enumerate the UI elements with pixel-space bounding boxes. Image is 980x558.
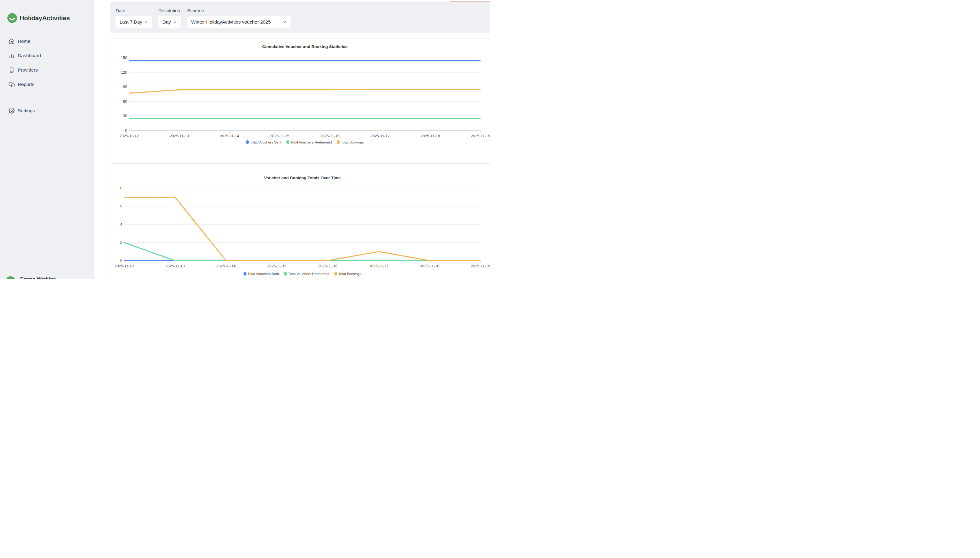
svg-text:2025-11-16: 2025-11-16 [320, 134, 339, 138]
svg-text:8: 8 [120, 186, 122, 190]
resolution-select-value: Days [162, 19, 170, 25]
legend-item[interactable]: Total Vouchers Redeemed [286, 140, 332, 144]
sidebar-item-label: Home [18, 39, 30, 44]
svg-text:2025-11-12: 2025-11-12 [119, 134, 139, 138]
legend-marker-dot [337, 140, 340, 144]
scheme-select-value: Winter HolidayActivities voucher 2025 [191, 19, 280, 25]
filter-panel: Date Last 7 Days Resolution Days Scheme … [110, 2, 490, 33]
date-filter-label: Date [116, 8, 125, 13]
legend-marker-dot [286, 140, 289, 144]
svg-text:4: 4 [120, 222, 122, 227]
logo[interactable]: HolidayActivities [7, 13, 70, 23]
sidebar-item-dashboard[interactable]: Dashboard [0, 51, 93, 60]
chevron-down-icon [173, 20, 177, 24]
sidebar-item-label: Reports [18, 82, 34, 87]
svg-text:2025-11-19: 2025-11-19 [471, 264, 490, 268]
chevron-down-icon [144, 20, 148, 24]
resolution-filter-label: Resolution [159, 8, 180, 13]
svg-text:0: 0 [125, 128, 127, 133]
sidebar-item-label: Dashboard [18, 53, 41, 58]
legend-label: Total Vouchers Redeemed [290, 140, 332, 144]
legend-marker-dot [246, 140, 249, 144]
legend-item[interactable]: Total Bookings [337, 140, 364, 144]
chart-canvas: 024682025-11-122025-11-132025-11-142025-… [110, 183, 490, 272]
legend-label: Total Vouchers Sent [248, 272, 279, 276]
scheme-filter-label: Scheme [187, 8, 204, 13]
sidebar-item-home[interactable]: Home [0, 37, 93, 46]
chevron-down-icon [283, 20, 287, 24]
svg-text:2025-11-14: 2025-11-14 [220, 134, 239, 138]
svg-text:2025-11-17: 2025-11-17 [369, 264, 388, 268]
legend-label: Total Bookings [339, 272, 362, 276]
legend-item[interactable]: Total Vouchers Sent [246, 140, 282, 144]
resolution-select[interactable]: Days [158, 16, 181, 28]
user-menu[interactable]: Emma Watkins [0, 274, 93, 279]
svg-text:2025-11-13: 2025-11-13 [166, 264, 185, 268]
svg-text:120: 120 [121, 71, 127, 75]
date-select[interactable]: Last 7 Days [115, 16, 152, 28]
legend-label: Total Bookings [341, 140, 364, 144]
sidebar-divider [0, 271, 93, 271]
scheme-select[interactable]: Winter HolidayActivities voucher 2025 [187, 16, 291, 28]
svg-text:2025-11-13: 2025-11-13 [170, 134, 189, 138]
legend-marker-dot [244, 272, 246, 276]
brand-logo-icon [7, 13, 17, 23]
legend-marker-dot [334, 272, 338, 276]
legend-label: Total Vouchers Sent [250, 140, 282, 144]
svg-text:2025-11-18: 2025-11-18 [420, 264, 439, 268]
main-content: Date Last 7 Days Resolution Days Scheme … [93, 0, 490, 279]
home-icon [8, 38, 15, 44]
sidebar-item-label: Settings [18, 108, 35, 113]
legend-marker-dot [284, 272, 287, 276]
svg-text:90: 90 [123, 85, 127, 89]
avatar [6, 276, 15, 279]
chart-canvas: 03060901201502025-11-122025-11-132025-11… [110, 51, 490, 143]
svg-text:2025-11-15: 2025-11-15 [270, 134, 289, 138]
totals-over-time-card: Voucher and Booking Totals Over Time 024… [110, 169, 490, 279]
svg-text:30: 30 [123, 114, 127, 118]
sidebar-item-providers[interactable]: Providers [0, 66, 93, 75]
svg-text:150: 150 [121, 56, 127, 60]
legend-item[interactable]: Total Vouchers Sent [244, 272, 279, 276]
svg-text:2: 2 [120, 240, 122, 245]
chart-legend: Total Vouchers SentTotal Vouchers Redeem… [129, 140, 480, 144]
legend-item[interactable]: Total Vouchers Redeemed [284, 272, 329, 276]
svg-text:2025-11-12: 2025-11-12 [115, 264, 134, 268]
svg-text:60: 60 [123, 99, 127, 104]
legend-item[interactable]: Total Bookings [334, 272, 362, 276]
chart-title: Cumulative Voucher and Booking Statistic… [129, 44, 480, 49]
sidebar-item-label: Providers [18, 67, 38, 73]
svg-text:2025-11-19: 2025-11-19 [471, 134, 490, 138]
sidebar: HolidayActivities Home Dashboard Provide… [0, 0, 93, 279]
cloud-download-icon [8, 81, 15, 87]
legend-label: Total Vouchers Redeemed [288, 272, 329, 276]
chart-legend: Total Vouchers SentTotal Vouchers Redeem… [124, 272, 480, 276]
date-select-value: Last 7 Days [120, 19, 142, 25]
svg-text:2025-11-18: 2025-11-18 [421, 134, 440, 138]
svg-text:2025-11-16: 2025-11-16 [318, 264, 338, 268]
sidebar-item-settings[interactable]: Settings [0, 106, 93, 115]
svg-text:0: 0 [120, 259, 122, 263]
chart-title: Voucher and Booking Totals Over Time [124, 176, 480, 180]
svg-text:2025-11-14: 2025-11-14 [216, 264, 236, 268]
book-icon [8, 67, 15, 73]
gear-icon [8, 108, 15, 114]
bar-chart-icon [8, 53, 15, 59]
svg-text:2025-11-17: 2025-11-17 [370, 134, 390, 138]
app-title: HolidayActivities [20, 15, 70, 22]
svg-text:2025-11-15: 2025-11-15 [267, 264, 287, 268]
svg-text:6: 6 [120, 204, 122, 208]
cumulative-stats-card: Cumulative Voucher and Booking Statistic… [110, 38, 490, 164]
sidebar-item-reports[interactable]: Reports [0, 80, 93, 89]
user-name: Emma Watkins [20, 276, 56, 279]
